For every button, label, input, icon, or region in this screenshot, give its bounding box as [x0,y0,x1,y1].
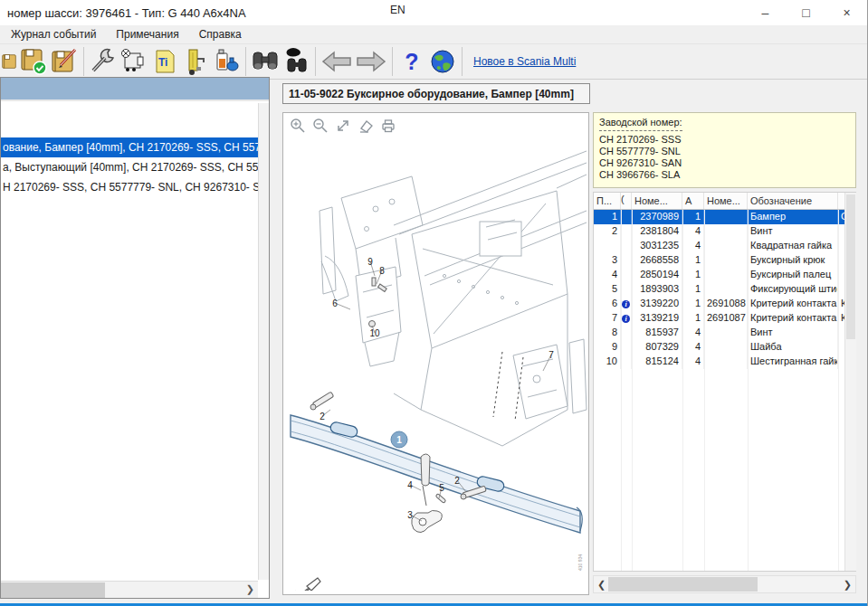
binoculars-icon[interactable] [250,46,281,77]
minimize-button[interactable]: – [745,0,786,25]
table-hscroll-thumb[interactable] [608,577,758,592]
parts-table: П...(Номе...АНоме...Обозначение 12370989… [593,192,856,572]
factory-number-line: CH 2170269- SSS [599,134,850,146]
tree-vertical-scrollbar[interactable] [258,103,269,580]
eraser-icon[interactable] [357,117,375,135]
callout-label: 4 [407,480,413,490]
table-vscroll-thumb[interactable] [846,194,855,339]
selected-part-badge-label: 1 [396,435,402,445]
table-cell: 1 [682,253,704,268]
table-cell [704,326,748,340]
table-vertical-scrollbar[interactable] [844,193,856,571]
table-cell: 1 [594,210,621,224]
tree-item[interactable]: ование, Бампер [40mm], CH 2170269- SSS, … [1,137,258,157]
table-cell: 10 [594,355,621,369]
table-cell: 2691087 [704,311,748,326]
info-icon[interactable]: i [622,300,630,308]
table-row[interactable]: 7i313921912691087Критерий контактаК [594,311,856,326]
back-arrow-icon[interactable] [320,46,354,77]
table-row[interactable]: 98073294Шайба [594,340,856,355]
book-check-icon[interactable] [18,46,49,77]
table-row[interactable]: 6i313922012691088Критерий контактаК [594,297,856,311]
column-header[interactable]: А [682,193,704,209]
table-row[interactable]: 428501941Буксирный палец [594,268,856,282]
tree-item[interactable]: H 2170269- SSS, CH 5577779- SNL, CH 9267… [1,177,258,197]
table-cell [621,224,632,239]
table-row[interactable]: 30312354Квадратная гайка [594,239,856,253]
table-cell: 2370989 [632,210,682,224]
menu-notes[interactable]: Примечания [107,26,187,43]
zoom-out-icon[interactable] [311,117,329,135]
globe-icon[interactable] [427,46,458,77]
table-cell: 8 [594,326,621,340]
factory-number-line: CH 3966766- SLA [599,169,850,181]
title-bar: номер шасси: 3976461 - Тип: G 440 A6x4NA… [0,0,867,25]
column-header[interactable]: ( [621,193,632,209]
tree-item[interactable]: а, Выступающий [40mm], CH 2170269- SSS, … [1,157,258,177]
table-cell [704,355,748,369]
table-hscroll-right-arrow[interactable]: ❯ [844,579,852,591]
table-cell: 815937 [632,326,682,340]
ti-card-icon[interactable]: Ti [149,46,180,77]
menu-event-log[interactable]: Журнал событий [2,26,105,43]
info-icon[interactable]: i [622,315,630,323]
binoculars-search-icon[interactable] [281,46,311,77]
table-cell: 2691088 [704,297,748,311]
table-cell: Винт [748,326,838,340]
table-row[interactable]: 223818044Винт [594,224,856,239]
table-cell: 1 [682,282,704,297]
zoom-in-icon[interactable] [289,117,307,135]
circuit-icon[interactable] [119,46,149,77]
callout-label: 2 [454,476,460,486]
table-row[interactable]: 518939031Фиксирующий штифт [594,282,856,297]
table-row[interactable]: 326685581Буксирный крюк [594,253,856,268]
table-cell: 815124 [632,355,682,369]
table-hscroll-left-arrow[interactable]: ❮ [597,579,606,591]
table-cell: Буксирный крюк [748,253,838,268]
table-cell [621,326,632,340]
table-horizontal-scrollbar[interactable]: ❮ ❯ [593,575,856,593]
callout-label: 5 [439,483,444,493]
table-row[interactable]: 108151244Шестигранная гайка [594,355,856,369]
print-icon[interactable] [379,117,397,135]
table-row[interactable]: 123709891БамперС [594,210,856,224]
wrench-icon[interactable] [88,46,119,77]
column-header[interactable]: Номе... [704,193,748,209]
table-cell: 2850194 [632,268,682,282]
callout-label: 10 [369,328,380,338]
table-cell [621,253,632,268]
table-cell: 1 [682,210,704,224]
maximize-button[interactable]: □ [786,0,826,25]
book-edit-icon[interactable] [49,46,80,77]
table-row[interactable]: 88159374Винт [594,326,856,340]
language-indicator[interactable]: EN [386,2,410,18]
chassis-tool-icon[interactable] [180,46,211,77]
help-icon[interactable]: ? [396,46,427,77]
whats-new-link[interactable]: Новое в Scania Multi [473,55,576,68]
viewer-toolbar [289,117,397,135]
column-header[interactable]: Номе... [632,193,682,209]
menu-help[interactable]: Справка [190,26,251,43]
fit-icon[interactable] [334,117,352,135]
close-button[interactable]: × [826,0,867,25]
forward-arrow-icon[interactable] [354,46,388,77]
table-cell [594,239,621,253]
navigation-panel-header[interactable] [1,78,269,101]
factory-number-line: CH 5577779- SNL [599,146,850,157]
book-icon[interactable] [0,46,18,77]
table-cell: 9 [594,340,621,355]
table-cell: 5 [594,282,621,297]
lubricant-icon[interactable] [211,46,242,77]
column-header[interactable]: Обозначение [748,193,838,209]
table-cell: 1 [682,297,704,311]
column-header[interactable]: П... [594,193,621,209]
table-cell: 2381804 [632,224,682,239]
table-cell [621,239,632,253]
tree-horizontal-scrollbar[interactable]: ❯ [1,581,258,598]
tree-hscroll-right-arrow[interactable]: ❯ [246,583,254,595]
tree-hscroll-thumb[interactable] [1,582,105,598]
scania-multi-window: номер шасси: 3976461 - Тип: G 440 A6x4NA… [0,0,868,606]
svg-text:Ti: Ti [158,56,167,69]
drawing-svg[interactable]: 986107245231410 934 [285,138,587,591]
table-cell [704,340,748,355]
